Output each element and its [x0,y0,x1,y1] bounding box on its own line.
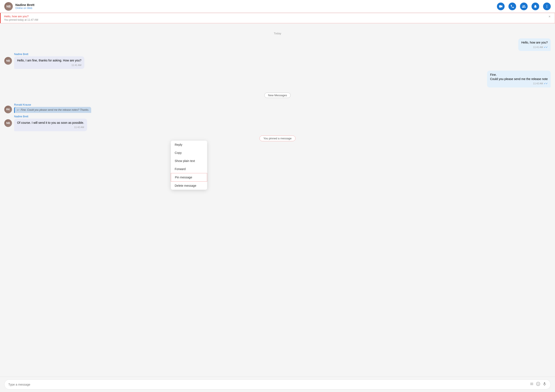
message-sender: Nadine Brett [14,115,87,118]
notifications-button[interactable] [532,3,539,10]
svg-rect-8 [544,382,545,384]
reply-text: Fine. Could you please send me the relea… [21,108,89,111]
chat-header: NB Nadine Brett Online on Web [0,0,555,13]
svg-point-7 [538,383,539,384]
pinned-content: Hello, how are you? You pinned today at … [4,15,38,21]
message-sender: Nadine Brett [14,53,84,56]
message-content: Fine.Could you please send me the releas… [487,71,551,87]
message-text: Hello, how are you? [521,41,548,44]
context-menu: Reply Copy Show plain text Forward Pin m… [171,141,207,190]
message-content: Nadine Brett Of course. I will send it t… [14,115,87,131]
message-meta: 11:42 AM [17,126,84,129]
add-member-button[interactable] [520,3,528,10]
message-text: Of course. I will send it to you as soon… [17,121,84,124]
message-text: Fine.Could you please send me the releas… [490,73,548,81]
context-menu-pin[interactable]: Pin message [171,173,207,182]
message-text: Hello, I am fine, thanks for asking. How… [17,59,81,62]
message-content: Hello, how are you? 11:41 AM ✓✓ [518,38,551,51]
chat-wrapper: Today Hello, how are you? 11:41 AM ✓✓ NB… [0,23,555,377]
header-actions [497,3,551,10]
message-time: 11:41 AM [72,64,81,67]
message-bubble-with-menu[interactable]: Fine.Could you please send me the releas… [487,71,551,87]
date-separator: Today [4,32,551,35]
message-time: 11:41 AM [533,46,543,49]
message-time: 11:42 AM [533,82,543,85]
input-area [0,377,555,392]
context-menu-reply[interactable]: Reply [171,141,207,149]
user-status: Online on Web [15,7,34,10]
context-menu-copy[interactable]: Copy [171,149,207,157]
message-check: ✓✓ [544,82,548,85]
message-row: Hello, how are you? 11:41 AM ✓✓ [4,38,551,51]
svg-marker-1 [501,5,503,7]
chat-area: Today Hello, how are you? 11:41 AM ✓✓ NB… [0,23,555,377]
message-meta: 11:42 AM ✓✓ [490,82,548,85]
context-menu-forward[interactable]: Forward [171,165,207,173]
message-row: NB Nadine Brett Of course. I will send i… [4,115,551,131]
message-bubble: Hello, I am fine, thanks for asking. How… [14,56,84,69]
microphone-icon[interactable] [542,382,547,387]
header-user-info: NB Nadine Brett Online on Web [4,2,34,11]
emoji-icon[interactable] [536,382,540,387]
input-row [4,379,551,389]
user-info: Nadine Brett Online on Web [15,3,34,10]
new-messages-separator: New Messages [4,93,551,98]
video-call-button[interactable] [497,3,505,10]
message-meta: 11:41 AM ✓✓ [521,46,548,49]
message-row: NB Nadine Brett Hello, I am fine, thanks… [4,53,551,69]
pinned-banner: Hello, how are you? You pinned today at … [0,13,555,23]
message-input[interactable] [8,383,527,386]
pinned-sub-text: You pinned today at 11:47 AM [4,18,38,21]
svg-point-3 [547,6,547,7]
message-content: Nadine Brett Hello, I am fine, thanks fo… [14,53,84,69]
avatar: NB [4,2,13,11]
svg-point-2 [547,5,547,6]
attachment-icon[interactable] [530,382,534,387]
message-bubble: Hello, how are you? 11:41 AM ✓✓ [518,38,551,51]
message-avatar: RK [4,106,12,113]
pinned-notification: You pinned a message [4,135,551,141]
svg-point-5 [536,382,540,386]
svg-point-4 [547,7,547,8]
message-row: Fine.Could you please send me the releas… [4,71,551,87]
phone-call-button[interactable] [508,3,516,10]
message-avatar: NB [4,119,12,127]
message-meta: 11:41 AM [17,64,81,67]
pinned-close-button[interactable]: × [548,15,551,19]
message-bubble: Of course. I will send it to you as soon… [14,119,87,131]
message-content: Ronald Krause ↩ Fine. Could you please s… [14,103,91,113]
pinned-message-text: Hello, how are you? [4,15,38,18]
more-options-button[interactable] [543,3,551,10]
message-sender: Ronald Krause [14,103,91,106]
reply-icon: ↩ [17,108,19,112]
message-time: 11:42 AM [74,126,84,129]
reply-indicator: ↩ Fine. Could you please send me the rel… [14,107,91,113]
pinned-pill: You pinned a message [259,135,296,141]
message-row: RK Ronald Krause ↩ Fine. Could you pleas… [4,101,551,113]
avatar-image: NB [4,2,13,11]
message-check: ✓✓ [544,46,548,49]
context-menu-delete[interactable]: Delete message [171,182,207,190]
svg-point-6 [537,383,538,384]
user-name: Nadine Brett [15,3,34,7]
svg-rect-0 [499,5,502,7]
new-messages-button[interactable]: New Messages [264,93,291,98]
reply-preview: Fine. Could you please send me the relea… [21,108,89,111]
context-menu-show-plain[interactable]: Show plain text [171,157,207,165]
message-avatar: NB [4,57,12,65]
